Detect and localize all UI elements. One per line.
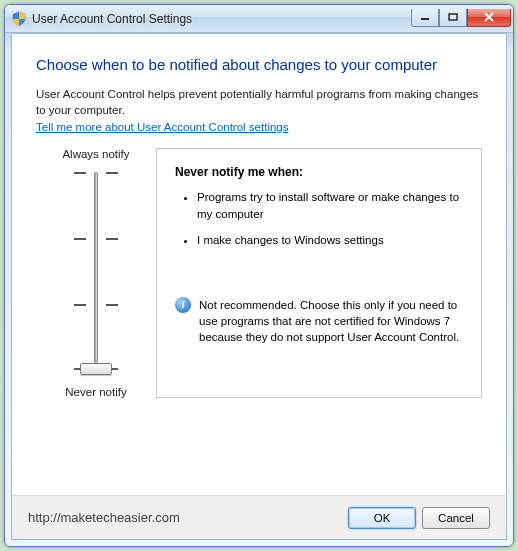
learn-more-link[interactable]: Tell me more about User Account Control … (36, 121, 288, 133)
window-buttons (411, 9, 511, 27)
client-area: Choose when to be notified about changes… (11, 33, 507, 540)
slider-column: Always notify Never notify (36, 148, 156, 398)
notification-slider[interactable] (66, 168, 126, 378)
panel-title: Never notify me when: (175, 165, 463, 179)
slider-label-bottom: Never notify (65, 386, 126, 398)
window-frame: User Account Control Settings Choose whe… (4, 4, 514, 547)
slider-label-top: Always notify (62, 148, 129, 160)
maximize-button[interactable] (439, 9, 467, 27)
help-text: User Account Control helps prevent poten… (36, 87, 482, 118)
panel-bullet-list: Programs try to install software or make… (179, 189, 463, 249)
close-button[interactable] (467, 9, 511, 27)
recommendation-text: Not recommended. Choose this only if you… (199, 297, 463, 345)
footer-bar: http://maketecheasier.com OK Cancel (12, 495, 506, 539)
title-bar[interactable]: User Account Control Settings (5, 5, 513, 33)
cancel-button[interactable]: Cancel (422, 507, 490, 529)
ok-button[interactable]: OK (348, 507, 416, 529)
svg-rect-0 (421, 18, 429, 20)
minimize-button[interactable] (411, 9, 439, 27)
list-item: Programs try to install software or make… (197, 189, 463, 222)
window-title: User Account Control Settings (32, 12, 411, 26)
main-instruction: Choose when to be notified about changes… (36, 56, 482, 73)
info-icon: i (175, 297, 191, 313)
slider-thumb[interactable] (80, 363, 112, 375)
description-panel: Never notify me when: Programs try to in… (156, 148, 482, 398)
svg-rect-1 (449, 14, 457, 20)
recommendation-row: i Not recommended. Choose this only if y… (175, 297, 463, 345)
source-url: http://maketecheasier.com (28, 510, 342, 525)
list-item: I make changes to Windows settings (197, 232, 463, 249)
uac-shield-icon (11, 11, 27, 27)
